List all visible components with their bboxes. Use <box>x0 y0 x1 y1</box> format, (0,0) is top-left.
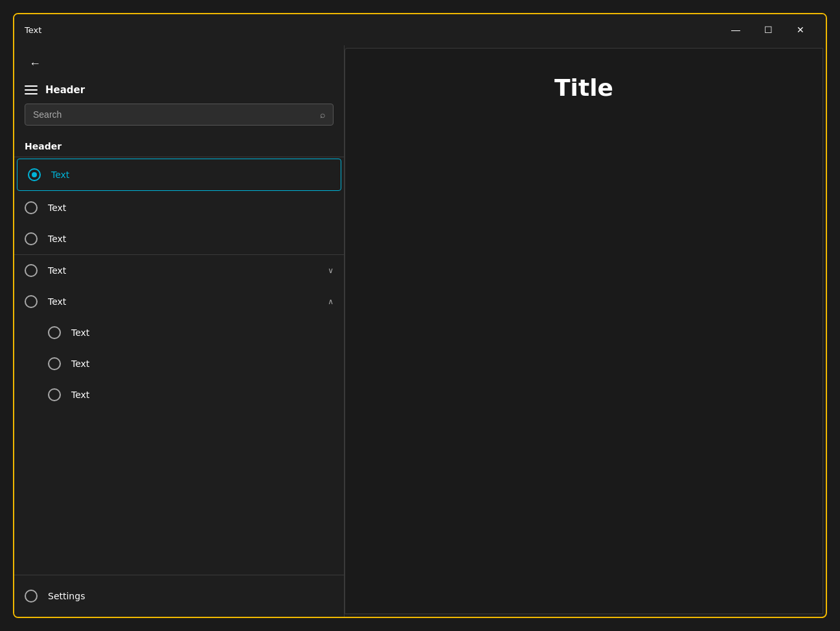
content-panel: Title <box>345 48 823 614</box>
list-item[interactable]: Text <box>14 223 344 254</box>
section-header: Header <box>14 136 344 157</box>
content-title: Title <box>554 74 613 101</box>
sidebar-top: ← <box>14 45 344 79</box>
radio-unselected <box>25 590 38 603</box>
radio-unselected <box>25 232 38 245</box>
search-box: ⌕ <box>25 104 334 126</box>
title-bar: Text — ☐ ✕ <box>14 14 826 45</box>
nav-header-label: Header <box>45 84 85 96</box>
radio-unselected <box>48 357 61 370</box>
maximize-button[interactable]: ☐ <box>753 19 783 40</box>
nav-header-row: Header <box>14 79 344 104</box>
mid-list-section: Text ∨ Text ∧ Text Text <box>14 255 344 410</box>
item-label: Text <box>51 170 330 180</box>
item-label: Text <box>48 234 334 244</box>
item-label: Text <box>71 390 334 400</box>
radio-unselected <box>25 201 38 214</box>
main-content: ← Header ⌕ Header <box>14 45 826 617</box>
chevron-up-icon: ∧ <box>328 297 334 306</box>
title-bar-left: Text <box>25 25 41 35</box>
search-container: ⌕ <box>14 104 344 136</box>
chevron-down-icon: ∨ <box>328 266 334 275</box>
hamburger-icon[interactable] <box>25 85 38 94</box>
close-button[interactable]: ✕ <box>786 19 815 40</box>
radio-unselected <box>25 295 38 308</box>
list-item[interactable]: Text <box>14 192 344 223</box>
sidebar: ← Header ⌕ Header <box>14 45 345 617</box>
top-list-section: Text Text Text <box>14 157 344 254</box>
settings-item[interactable]: Settings <box>14 581 344 612</box>
search-input[interactable] <box>33 109 315 120</box>
radio-unselected <box>48 326 61 339</box>
list-item-expandable[interactable]: Text ∧ <box>14 286 344 317</box>
item-label: Text <box>71 327 334 338</box>
list-item[interactable]: Text <box>17 159 341 191</box>
item-label: Text <box>48 203 334 213</box>
window-controls: — ☐ ✕ <box>721 19 815 40</box>
radio-unselected <box>48 388 61 401</box>
list-item-sub[interactable]: Text <box>14 317 344 348</box>
radio-unselected <box>25 264 38 277</box>
settings-section: Settings <box>14 575 344 617</box>
item-label: Text <box>48 265 317 276</box>
item-label: Text <box>48 296 317 307</box>
app-window: Text — ☐ ✕ ← Header <box>13 13 827 618</box>
settings-label: Settings <box>48 591 334 601</box>
item-label: Text <box>71 359 334 369</box>
search-icon: ⌕ <box>320 109 325 120</box>
window-title: Text <box>25 25 41 35</box>
list-item-collapsible[interactable]: Text ∨ <box>14 255 344 286</box>
radio-selected <box>28 168 41 181</box>
minimize-button[interactable]: — <box>721 19 751 40</box>
list-item-sub[interactable]: Text <box>14 348 344 379</box>
back-button[interactable]: ← <box>25 53 45 74</box>
list-item-sub[interactable]: Text <box>14 379 344 410</box>
